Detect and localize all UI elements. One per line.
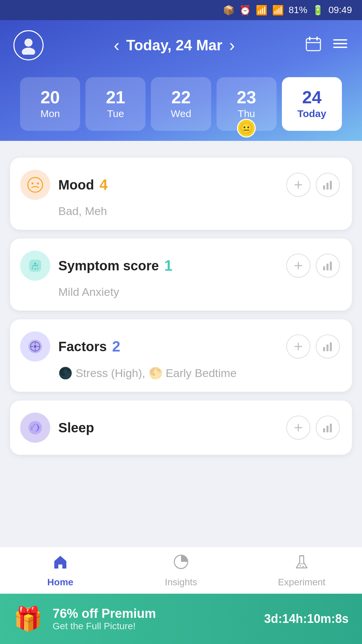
svg-point-19 xyxy=(32,268,33,269)
symptom-card-top: Symptom score 1 xyxy=(20,251,340,281)
header-title: ‹ Today, 24 Mar › xyxy=(114,35,235,55)
svg-rect-37 xyxy=(326,344,328,351)
bottom-nav: Home Insights Experiment xyxy=(0,547,362,594)
svg-rect-38 xyxy=(330,342,332,351)
sleep-title-row: Sleep xyxy=(58,420,94,435)
svg-point-20 xyxy=(35,268,36,270)
avatar[interactable] xyxy=(13,30,44,60)
promo-title: 76% off Premium xyxy=(53,606,254,621)
cal-day-num-3: 23 xyxy=(237,89,256,106)
symptom-title: Symptom score xyxy=(58,258,159,273)
cal-day-name-1: Tue xyxy=(107,108,124,119)
battery-percent: 81% xyxy=(289,5,307,15)
mood-card-left: Mood 4 xyxy=(20,170,108,200)
mood-actions xyxy=(286,173,340,197)
status-bar: 📦 ⏰ 📶 📶 81% 🔋 09:49 xyxy=(0,0,362,20)
symptom-title-row: Symptom score 1 xyxy=(58,257,173,274)
cal-day-2[interactable]: 22 Wed xyxy=(151,77,211,131)
factors-card-top: Factors 2 xyxy=(20,331,340,362)
alarm-icon: ⏰ xyxy=(239,5,251,16)
factors-actions xyxy=(286,334,340,359)
clock: 09:49 xyxy=(328,5,352,15)
home-icon xyxy=(52,553,69,574)
cal-day-num-4: 24 xyxy=(302,89,321,106)
battery-icon: 📦 xyxy=(223,5,235,16)
cal-day-name-3: Thu xyxy=(238,108,255,119)
mood-icon xyxy=(20,170,50,200)
cal-day-name-0: Mon xyxy=(40,108,60,119)
sleep-card: z z Sleep xyxy=(10,400,352,455)
svg-rect-45 xyxy=(326,426,328,432)
sleep-chart-button[interactable] xyxy=(316,416,340,440)
mood-add-button[interactable] xyxy=(286,173,310,197)
prev-button[interactable]: ‹ xyxy=(114,35,119,55)
symptom-add-button[interactable] xyxy=(286,254,310,278)
svg-point-50 xyxy=(302,566,304,567)
svg-text:z: z xyxy=(31,425,33,431)
svg-rect-25 xyxy=(326,264,328,270)
sleep-title: Sleep xyxy=(58,420,94,435)
svg-point-11 xyxy=(37,182,39,184)
mood-card-top: Mood 4 xyxy=(20,170,340,200)
nav-home-label: Home xyxy=(47,577,73,588)
svg-point-9 xyxy=(28,177,43,192)
svg-rect-15 xyxy=(326,183,328,190)
nav-experiment-label: Experiment xyxy=(278,577,325,588)
symptom-score: 1 xyxy=(164,257,172,274)
svg-point-18 xyxy=(34,263,36,265)
cal-day-name-2: Wed xyxy=(171,108,191,119)
calendar-icon[interactable] xyxy=(305,35,322,55)
experiment-icon xyxy=(293,553,310,574)
svg-rect-44 xyxy=(323,428,325,432)
sleep-add-button[interactable] xyxy=(286,416,310,440)
svg-rect-36 xyxy=(323,347,325,351)
mood-score: 4 xyxy=(100,176,108,193)
sleep-actions xyxy=(286,416,340,440)
factors-card: Factors 2 xyxy=(10,319,352,392)
menu-icon[interactable] xyxy=(332,35,349,55)
mood-title: Mood xyxy=(58,177,94,193)
cal-day-0[interactable]: 20 Mon xyxy=(20,77,80,131)
svg-rect-16 xyxy=(330,181,332,190)
promo-timer: 3d:14h:10m:8s xyxy=(264,612,349,626)
symptom-icon xyxy=(20,251,50,281)
status-icons: 📦 ⏰ 📶 📶 81% 🔋 09:49 xyxy=(223,5,352,16)
mood-chart-button[interactable] xyxy=(316,173,340,197)
cal-day-num-0: 20 xyxy=(41,89,60,106)
factors-score: 2 xyxy=(112,338,120,355)
cal-day-num-1: 21 xyxy=(106,89,125,106)
symptom-chart-button[interactable] xyxy=(316,254,340,278)
next-button[interactable]: › xyxy=(229,35,235,55)
cal-day-3[interactable]: 23 Thu 😐 xyxy=(217,77,277,131)
nav-experiment[interactable]: Experiment xyxy=(241,547,362,594)
sleep-icon: z z xyxy=(20,413,50,443)
svg-point-1 xyxy=(22,48,35,55)
cal-day-1[interactable]: 21 Tue xyxy=(85,77,145,131)
nav-insights-label: Insights xyxy=(165,577,197,588)
mood-title-row: Mood 4 xyxy=(58,176,108,193)
header-actions xyxy=(305,35,349,55)
factors-add-button[interactable] xyxy=(286,334,310,359)
symptom-card-left: Symptom score 1 xyxy=(20,251,173,281)
cal-day-name-4: Today xyxy=(297,108,326,119)
svg-rect-4 xyxy=(316,37,318,41)
nav-insights[interactable]: Insights xyxy=(121,547,241,594)
svg-rect-24 xyxy=(323,266,325,270)
main-content: Mood 4 xyxy=(0,141,362,569)
svg-rect-3 xyxy=(309,37,310,41)
svg-point-21 xyxy=(37,268,39,269)
sleep-card-top: z z Sleep xyxy=(20,413,340,443)
factors-card-left: Factors 2 xyxy=(20,331,120,362)
svg-point-33 xyxy=(34,345,37,348)
mood-subtitle: Bad, Meh xyxy=(58,205,340,218)
promo-text: 76% off Premium Get the Full Picture! xyxy=(53,606,254,632)
nav-home[interactable]: Home xyxy=(0,547,121,594)
cal-day-today[interactable]: 24 Today xyxy=(282,77,342,131)
factors-subtitle: 🌑 Stress (High), 🌕 Early Bedtime xyxy=(58,366,340,380)
factors-icon xyxy=(20,331,50,362)
header-top: ‹ Today, 24 Mar › xyxy=(13,30,349,60)
promo-banner[interactable]: 🎁 76% off Premium Get the Full Picture! … xyxy=(0,594,362,644)
symptom-subtitle: Mild Anxiety xyxy=(58,285,340,299)
svg-point-10 xyxy=(32,182,34,184)
factors-chart-button[interactable] xyxy=(316,334,340,359)
